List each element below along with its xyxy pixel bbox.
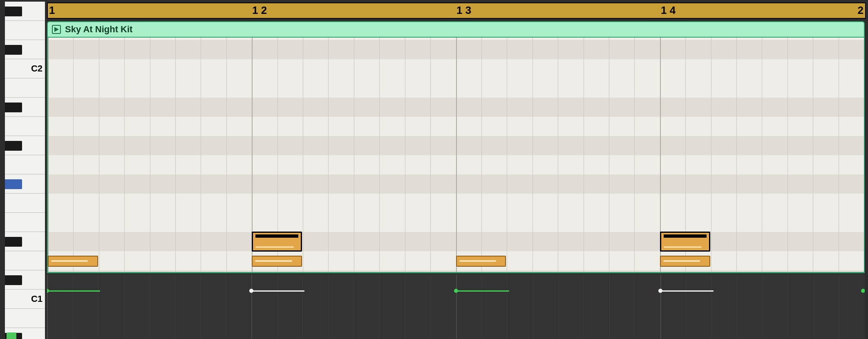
gridline <box>98 274 98 339</box>
ruler-label: 2 <box>858 4 864 17</box>
piano-key[interactable] <box>5 78 45 98</box>
piano-key[interactable]: C2 <box>5 59 45 78</box>
gridline <box>47 274 48 339</box>
velocity-lane[interactable] <box>47 274 865 339</box>
piano-key[interactable] <box>5 213 45 232</box>
gridline <box>609 274 610 339</box>
gridline <box>251 274 252 339</box>
gridline <box>277 274 277 339</box>
gridline <box>711 38 711 272</box>
gridline <box>481 38 482 272</box>
gridline <box>124 274 124 339</box>
piano-key[interactable] <box>5 194 45 213</box>
gridline <box>558 38 558 272</box>
gridline <box>532 38 533 272</box>
gridline <box>839 274 839 339</box>
midi-note[interactable] <box>252 256 302 266</box>
gridline <box>226 274 226 339</box>
gridline <box>558 274 559 339</box>
gridline <box>686 274 686 339</box>
gridline <box>150 38 150 272</box>
piano-roll-grid[interactable] <box>47 38 865 273</box>
piano-key[interactable]: C1 <box>5 290 45 309</box>
midi-note-selected[interactable] <box>252 232 302 252</box>
gridline <box>354 38 354 272</box>
gridline <box>124 38 125 272</box>
gridline <box>226 38 227 272</box>
piano-key[interactable] <box>5 21 45 40</box>
gridline <box>634 38 635 272</box>
gridline <box>99 38 99 272</box>
gridline <box>737 274 737 339</box>
timeline-ruler[interactable]: 1 1 2 1 3 1 4 2 <box>47 2 866 19</box>
piano-key[interactable] <box>5 117 45 136</box>
gridline <box>328 274 329 339</box>
gridline <box>864 38 865 272</box>
piano-keyboard[interactable]: C2C1 <box>5 38 45 273</box>
gridline <box>584 38 584 272</box>
piano-black-key[interactable] <box>5 275 22 285</box>
gridline <box>201 38 201 272</box>
gridline <box>507 274 508 339</box>
play-icon[interactable] <box>52 25 61 34</box>
gridline <box>405 274 405 339</box>
gridline <box>379 38 380 272</box>
gridline <box>379 274 380 339</box>
piano-black-key[interactable] <box>5 103 22 112</box>
piano-black-key[interactable] <box>5 237 22 247</box>
piano-black-key[interactable] <box>5 179 22 189</box>
gridline <box>456 38 457 272</box>
clip-title: Sky At Night Kit <box>65 24 132 35</box>
gridline <box>763 274 763 339</box>
gridline <box>762 38 762 272</box>
midi-note[interactable] <box>48 256 98 266</box>
clip-header[interactable]: Sky At Night Kit <box>47 21 865 38</box>
piano-key[interactable] <box>5 155 45 174</box>
gridline <box>430 274 431 339</box>
gridline <box>787 38 788 272</box>
svg-marker-0 <box>54 27 59 32</box>
gridline <box>635 274 635 339</box>
ruler-label: 1 3 <box>456 4 471 17</box>
gridline <box>481 274 482 339</box>
piano-black-key[interactable] <box>5 7 22 16</box>
gridline <box>736 38 737 272</box>
gridline <box>660 274 661 339</box>
ruler-label: 1 4 <box>661 4 676 17</box>
gridline <box>839 38 839 272</box>
gridline <box>788 274 788 339</box>
gridline <box>456 274 457 339</box>
gridline <box>175 38 176 272</box>
piano-key[interactable] <box>5 251 45 270</box>
piano-black-key[interactable] <box>5 45 22 55</box>
piano-key[interactable] <box>5 309 45 328</box>
gridline <box>430 38 431 272</box>
gridline <box>303 38 303 272</box>
gridline <box>507 38 507 272</box>
midi-note-selected[interactable] <box>660 232 710 252</box>
piano-black-key[interactable] <box>5 141 22 151</box>
gridline <box>328 38 329 272</box>
ruler-label: 1 2 <box>252 4 267 17</box>
lane-resize-handle[interactable] <box>7 332 16 339</box>
gridline <box>814 274 814 339</box>
gridline <box>584 274 584 339</box>
gridline <box>73 274 73 339</box>
gridline <box>532 274 533 339</box>
gridline <box>149 274 150 339</box>
midi-note[interactable] <box>456 256 506 266</box>
gridline <box>175 274 175 339</box>
midi-note[interactable] <box>660 256 710 266</box>
ruler-label: 1 <box>49 4 55 17</box>
gridline <box>405 38 405 272</box>
gridline <box>48 38 49 272</box>
gridline <box>200 274 201 339</box>
gridline <box>813 38 813 272</box>
gridline <box>353 274 354 339</box>
gridline <box>302 274 303 339</box>
gridline <box>609 38 609 272</box>
gridline <box>73 38 74 272</box>
gridline <box>711 274 712 339</box>
